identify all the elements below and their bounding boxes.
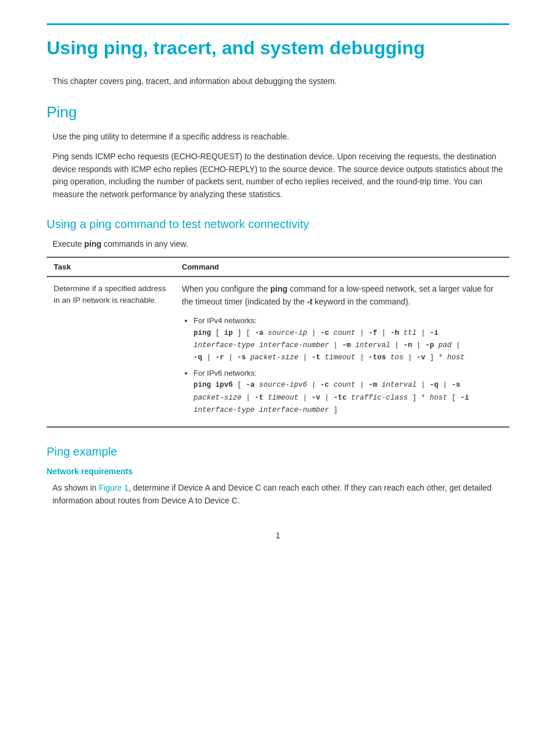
table-row: Determine if a specified address in an I…	[47, 276, 509, 428]
figure-1-link[interactable]: Figure 1	[98, 483, 128, 492]
ping-section-content: Use the ping utility to determine if a s…	[47, 131, 509, 201]
page-title: Using ping, tracert, and system debuggin…	[47, 37, 509, 59]
ipv4-label: For IPv4 networks:	[193, 316, 256, 325]
ping-section: Ping Use the ping utility to determine i…	[47, 103, 509, 201]
top-border	[47, 23, 509, 25]
network-req-prefix: As shown in	[52, 483, 98, 492]
network-req-content: As shown in Figure 1, determine if Devic…	[47, 482, 509, 507]
intro-suffix: commands in any view.	[101, 239, 188, 249]
ping-command-heading: Using a ping command to test network con…	[47, 218, 509, 231]
command-table: Task Command Determine if a specified ad…	[47, 257, 509, 428]
ipv6-cmd: ping ipv6 [ -a source-ipv6 | -c count | …	[193, 381, 469, 414]
ping-command-intro: Execute ping commands in any view.	[47, 239, 509, 249]
task-text: Determine if a specified address in an I…	[54, 284, 166, 304]
page-number: 1	[47, 531, 509, 540]
ipv6-item: For IPv6 networks: ping ipv6 [ -a source…	[193, 368, 502, 416]
ping-bold-inline: ping	[270, 284, 288, 293]
chapter-intro: This chapter covers ping, tracert, and i…	[47, 76, 509, 86]
table-task-cell: Determine if a specified address in an I…	[47, 276, 175, 428]
ping-para-1: Use the ping utility to determine if a s…	[52, 131, 509, 144]
table-col1-header: Task	[47, 257, 175, 276]
cmd-note: When you configure the ping command for …	[182, 283, 502, 308]
table-header-row: Task Command	[47, 257, 509, 276]
ipv6-label: For IPv6 networks:	[193, 369, 256, 377]
ping-example-heading: Ping example	[47, 445, 509, 459]
table-col2-header: Command	[175, 257, 509, 276]
ping-section-heading: Ping	[47, 103, 509, 121]
ping-command-section: Using a ping command to test network con…	[47, 218, 509, 428]
ipv4-cmd: ping [ ip ] [ -a source-ip | -c count | …	[193, 329, 464, 362]
ping-example-section: Ping example Network requirements As sho…	[47, 445, 509, 507]
ipv4-item: For IPv4 networks: ping [ ip ] [ -a sour…	[193, 315, 502, 364]
ping-para-2: Ping sends ICMP echo requests (ECHO-REQU…	[52, 150, 509, 201]
intro-prefix: Execute	[52, 239, 84, 249]
network-requirements-heading: Network requirements	[47, 467, 509, 476]
t-keyword: -t	[307, 297, 312, 306]
network-req-para: As shown in Figure 1, determine if Devic…	[52, 482, 509, 507]
network-list: For IPv4 networks: ping [ ip ] [ -a sour…	[182, 315, 502, 416]
intro-bold: ping	[84, 239, 101, 249]
table-command-cell: When you configure the ping command for …	[175, 276, 509, 428]
